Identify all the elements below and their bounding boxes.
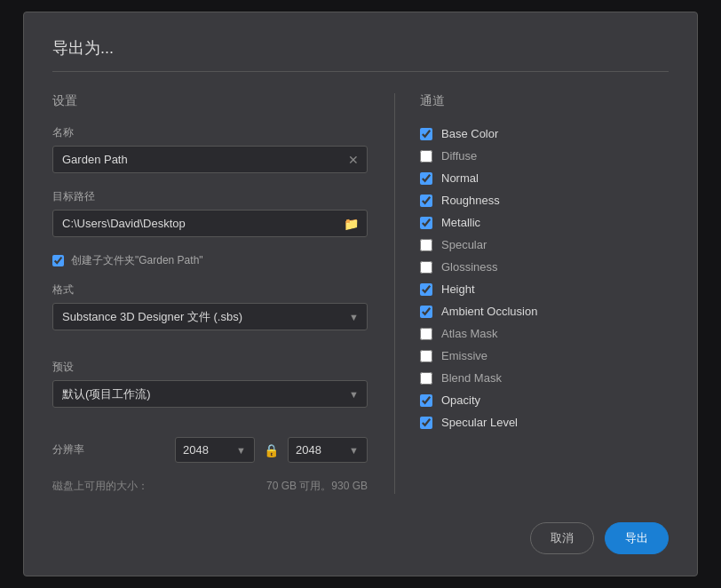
channel-item: Height [420,281,669,298]
channel-item: Glossiness [420,258,669,275]
channel-label: Opacity [441,393,480,407]
path-input-wrapper: 📁 [52,210,368,237]
format-select-wrapper: Substance 3D Designer 文件 (.sbs) ▼ [52,303,368,330]
channel-item: Metallic [420,214,669,231]
format-field-group: 格式 Substance 3D Designer 文件 (.sbs) ▼ [52,282,368,330]
browse-icon[interactable]: 📁 [344,217,359,231]
channel-item: Diffuse [420,147,669,164]
content-row: 设置 名称 ✕ 目标路径 📁 创建子文件夹"Garden Path" [52,93,669,494]
preset-select-wrapper: 默认(项目工作流) ▼ [52,380,368,408]
channel-item: Base Color [420,125,669,142]
channel-item: Normal [420,170,669,187]
preset-field-group: 预设 默认(项目工作流) ▼ [52,360,368,408]
name-clear-icon[interactable]: ✕ [348,154,359,166]
channel-item: Emissive [420,347,669,364]
channel-label: Blend Mask [441,371,502,385]
resolution-row: 分辨率 2048 ▼ 🔒 2048 ▼ [52,437,368,463]
channel-checkbox-specular[interactable] [420,239,432,251]
channel-item: Roughness [420,192,669,209]
resolution-label: 分辨率 [52,442,166,457]
path-label: 目标路径 [52,189,368,204]
channels-section-title: 通道 [420,93,669,109]
channel-checkbox-glossiness[interactable] [420,261,432,274]
path-field-group: 目标路径 📁 [52,189,368,237]
dialog-title: 导出为... [52,37,669,59]
channel-label: Glossiness [441,260,498,274]
settings-section-title: 设置 [52,93,368,109]
channel-label: Normal [441,171,479,185]
disk-value: 70 GB 可用。930 GB [266,479,368,494]
name-label: 名称 [52,125,368,140]
channel-label: Specular Level [441,416,518,429]
channel-checkbox-blend-mask[interactable] [420,372,432,385]
channel-item: Specular [420,236,669,253]
left-panel: 设置 名称 ✕ 目标路径 📁 创建子文件夹"Garden Path" [52,93,394,494]
disk-label: 磁盘上可用的大小： [52,479,148,494]
channel-item: Atlas Mask [420,325,669,342]
res-w-wrapper: 2048 ▼ [175,437,255,463]
channel-label: Ambient Occlusion [441,305,537,318]
right-panel: 通道 Base ColorDiffuseNormalRoughnessMetal… [394,93,669,494]
format-select[interactable]: Substance 3D Designer 文件 (.sbs) [52,303,368,330]
channel-item: Ambient Occlusion [420,303,669,320]
dialog-footer: 取消 导出 [52,522,669,554]
channel-list: Base ColorDiffuseNormalRoughnessMetallic… [420,125,669,431]
preset-select[interactable]: 默认(项目工作流) [52,380,368,408]
subfolder-row: 创建子文件夹"Garden Path" [52,253,368,268]
export-dialog: 导出为... 设置 名称 ✕ 目标路径 📁 创建子文 [23,12,698,576]
channel-item: Blend Mask [420,369,669,386]
channel-checkbox-specular-level[interactable] [420,417,432,429]
channel-checkbox-height[interactable] [420,283,432,296]
name-input[interactable] [52,146,368,173]
cancel-button[interactable]: 取消 [530,522,594,554]
name-input-wrapper: ✕ [52,146,368,173]
channel-checkbox-roughness[interactable] [420,195,432,207]
channel-label: Emissive [441,349,487,362]
resolution-height-select[interactable]: 2048 [288,437,368,463]
channel-checkbox-ambient-occlusion[interactable] [420,306,432,318]
res-h-wrapper: 2048 ▼ [288,437,368,463]
path-input[interactable] [52,210,368,237]
channel-item: Opacity [420,392,669,409]
preset-label: 预设 [52,360,368,375]
name-field-group: 名称 ✕ [52,125,368,173]
channel-checkbox-base-color[interactable] [420,128,432,140]
channel-item: Specular Level [420,414,669,431]
export-button[interactable]: 导出 [605,522,669,554]
channel-label: Height [441,282,475,296]
channel-label: Roughness [441,194,500,207]
format-label: 格式 [52,282,368,298]
channel-checkbox-atlas-mask[interactable] [420,328,432,340]
subfolder-checkbox[interactable] [52,255,64,266]
title-divider [52,71,669,72]
channel-checkbox-metallic[interactable] [420,217,432,229]
subfolder-label: 创建子文件夹"Garden Path" [71,253,203,268]
resolution-width-select[interactable]: 2048 [175,437,255,463]
channel-checkbox-opacity[interactable] [420,394,432,407]
channel-label: Metallic [441,216,480,229]
channel-checkbox-normal[interactable] [420,172,432,185]
channel-label: Atlas Mask [441,327,498,340]
channel-label: Specular [441,238,487,251]
channel-checkbox-emissive[interactable] [420,350,432,362]
lock-icon[interactable]: 🔒 [264,443,279,457]
channel-checkbox-diffuse[interactable] [420,150,432,163]
disk-row: 磁盘上可用的大小： 70 GB 可用。930 GB [52,479,368,494]
channel-label: Diffuse [441,149,477,163]
channel-label: Base Color [441,127,498,140]
